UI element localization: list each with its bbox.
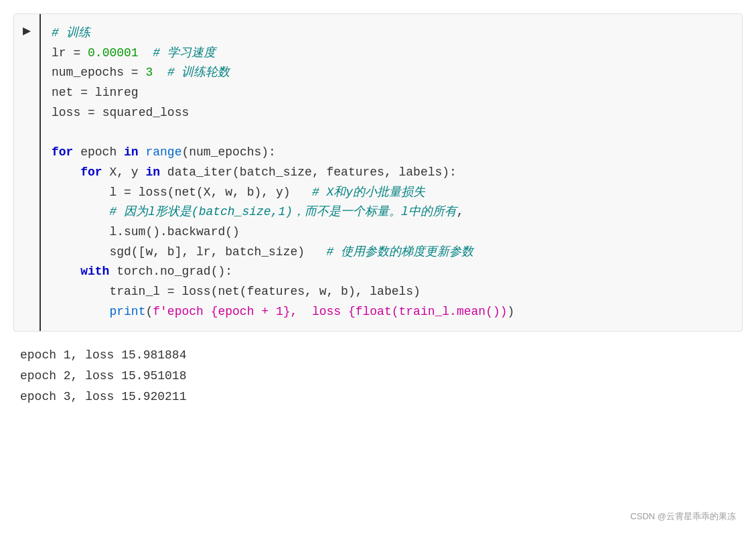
code-line-15: print(f'epoch {epoch + 1}, loss {float(t… xyxy=(52,302,731,322)
code-line-5: loss = squared_loss xyxy=(52,103,731,123)
code-line-7: for epoch in range(num_epochs): xyxy=(52,143,731,163)
output-area: epoch 1, loss 15.981884 epoch 2, loss 15… xyxy=(0,332,756,420)
code-content: # 训练 lr = 0.00001 # 学习速度 num_epochs = 3 … xyxy=(41,14,742,331)
code-line-6 xyxy=(52,123,731,143)
output-line-2: epoch 2, loss 15.951018 xyxy=(20,366,736,387)
code-line-9: l = loss(net(X, w, b), y) # X和y的小批量损失 xyxy=(52,183,731,203)
code-line-3: num_epochs = 3 # 训练轮数 xyxy=(52,63,731,83)
notebook-container: ▶ # 训练 lr = 0.00001 # 学习速度 num_epochs = … xyxy=(0,0,756,536)
cell-gutter[interactable]: ▶ xyxy=(14,14,41,331)
code-line-2: lr = 0.00001 # 学习速度 xyxy=(52,44,731,64)
code-line-4: net = linreg xyxy=(52,83,731,103)
code-line-11: l.sum().backward() xyxy=(52,222,731,243)
code-line-12: sgd([w, b], lr, batch_size) # 使用参数的梯度更新参… xyxy=(52,243,731,263)
code-line-13: with torch.no_grad(): xyxy=(52,262,731,282)
output-line-1: epoch 1, loss 15.981884 xyxy=(20,345,736,366)
code-line-14: train_l = loss(net(features, w, b), labe… xyxy=(52,282,731,302)
code-cell: ▶ # 训练 lr = 0.00001 # 学习速度 num_epochs = … xyxy=(13,13,743,332)
code-line-1: # 训练 xyxy=(52,23,731,44)
output-line-3: epoch 3, loss 15.920211 xyxy=(20,387,736,407)
code-line-10: # 因为l形状是(batch_size,1)，而不是一个标量。l中的所有, xyxy=(52,202,731,222)
code-line-8: for X, y in data_iter(batch_size, featur… xyxy=(52,163,731,183)
run-icon[interactable]: ▶ xyxy=(23,25,31,38)
watermark: CSDN @云霄星乖乖的果冻 xyxy=(630,511,736,523)
